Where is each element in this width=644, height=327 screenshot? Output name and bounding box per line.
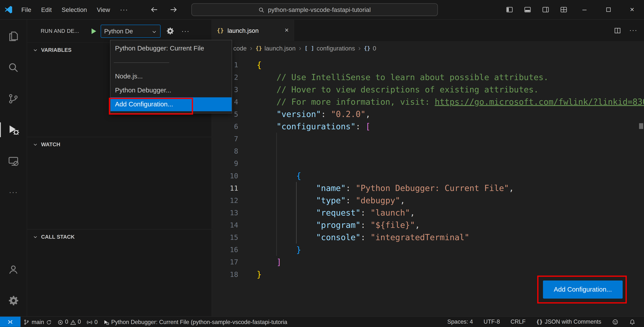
breadcrumb-file[interactable]: {} launch.json — [256, 45, 296, 52]
code-token — [257, 183, 316, 193]
menu-edit[interactable]: Edit — [36, 3, 57, 16]
remote-indicator[interactable] — [0, 316, 20, 327]
open-launch-json-gear-icon[interactable] — [166, 27, 174, 35]
code-line[interactable]: 3 // Hover to view descriptions of exist… — [212, 83, 644, 96]
toggle-primary-sidebar-icon[interactable] — [500, 0, 518, 20]
watch-section-header[interactable]: WATCH — [27, 137, 212, 151]
editor-group: {} launch.json × ··· code › {} launch.js… — [212, 20, 644, 316]
window-minimize-icon[interactable]: – — [573, 0, 596, 20]
debug-views-more-icon[interactable]: ··· — [181, 27, 190, 35]
json-file-icon: {} — [217, 27, 224, 34]
start-debugging-button[interactable] — [90, 28, 97, 35]
accounts-icon[interactable] — [0, 254, 27, 285]
sync-icon[interactable] — [46, 318, 52, 325]
debug-configuration-label: Python De — [104, 28, 151, 34]
editor-more-actions-icon[interactable]: ··· — [629, 26, 638, 34]
line-number[interactable]: 9 — [212, 157, 238, 170]
language-mode-label: JSON with Comments — [545, 318, 601, 325]
line-number[interactable]: 12 — [212, 194, 238, 207]
run-and-debug-icon[interactable] — [0, 114, 27, 146]
line-number[interactable]: 6 — [212, 120, 238, 133]
code-line[interactable]: 1{ — [212, 59, 644, 71]
explorer-icon[interactable] — [0, 20, 27, 52]
problems-status-item[interactable]: 0 0 — [55, 316, 84, 327]
line-number[interactable]: 16 — [212, 244, 238, 256]
code-token — [257, 109, 276, 119]
command-center-search[interactable]: python-sample-vscode-fastapi-tutorial — [191, 3, 438, 16]
chevron-down-icon — [33, 141, 38, 147]
dropdown-item-node-js[interactable]: Node.js... — [110, 69, 232, 83]
notifications-status-item[interactable] — [624, 318, 641, 325]
code-token: "program" — [316, 220, 360, 230]
code-line[interactable]: 4 // For more information, visit: https:… — [212, 96, 644, 108]
breadcrumb-symbol-0[interactable]: {} 0 — [364, 45, 376, 52]
code-line[interactable]: 5 "version": "0.2.0", — [212, 108, 644, 120]
line-number[interactable]: 17 — [212, 256, 238, 268]
code-line[interactable]: 6 "configurations": [ — [212, 120, 644, 133]
line-number[interactable]: 8 — [212, 145, 238, 157]
debug-config-text: Python Debugger: Current File (python-sa… — [111, 318, 287, 325]
eol-status-item[interactable]: CRLF — [505, 318, 531, 325]
ports-status-item[interactable]: 0 — [84, 316, 100, 327]
window-maximize-icon[interactable] — [596, 0, 620, 20]
window-close-icon[interactable]: × — [620, 0, 644, 20]
menu-selection[interactable]: Selection — [57, 3, 92, 16]
debug-configuration-select[interactable]: Python De — [100, 24, 160, 38]
line-number[interactable]: 10 — [212, 170, 238, 182]
settings-gear-icon[interactable] — [0, 285, 27, 316]
command-center-text: python-sample-vscode-fastapi-tutorial — [268, 6, 371, 13]
code-token — [257, 257, 276, 267]
source-control-icon[interactable] — [0, 83, 27, 114]
code-token: : — [360, 232, 370, 242]
line-number[interactable]: 18 — [212, 268, 238, 280]
code-token: , — [366, 109, 371, 119]
history-navigation — [150, 6, 178, 14]
line-number[interactable]: 11 — [212, 182, 238, 194]
code-line[interactable]: 18} — [212, 268, 644, 280]
call-stack-section-header[interactable]: CALL STACK — [27, 230, 212, 244]
code-line[interactable]: 17 ] — [212, 256, 644, 268]
vscode-window: File Edit Selection View ··· python-samp… — [0, 0, 644, 327]
toggle-secondary-sidebar-icon[interactable] — [536, 0, 554, 20]
menu-more-icon[interactable]: ··· — [115, 3, 133, 16]
tab-launch-json[interactable]: {} launch.json × — [212, 20, 294, 41]
code-editor[interactable]: 1{2 // Use IntelliSense to learn about p… — [212, 56, 644, 316]
add-configuration-button[interactable]: Add Configuration... — [543, 280, 623, 298]
code-token: "console" — [316, 232, 360, 242]
remote-explorer-icon[interactable] — [0, 145, 27, 177]
code-line[interactable]: 2 // Use IntelliSense to learn about pos… — [212, 71, 644, 83]
copilot-status-item[interactable] — [606, 318, 624, 325]
more-views-icon[interactable]: ··· — [0, 177, 27, 208]
tab-close-icon[interactable]: × — [285, 26, 289, 34]
go-forward-icon[interactable] — [170, 6, 178, 14]
indentation-status-item[interactable]: Spaces: 4 — [442, 318, 478, 325]
dropdown-item-python-debugger-current-file[interactable]: Python Debugger: Current File — [110, 42, 232, 56]
indent-guide-active — [296, 182, 296, 244]
encoding-status-item[interactable]: UTF-8 — [478, 318, 505, 325]
code-token — [257, 196, 316, 205]
dropdown-item-python-debugger[interactable]: Python Debugger... — [110, 83, 232, 97]
line-number[interactable]: 15 — [212, 231, 238, 244]
warning-count: 0 — [78, 318, 81, 325]
search-sidebar-icon[interactable] — [0, 52, 27, 83]
code-token: ] — [276, 257, 282, 267]
line-number[interactable]: 7 — [212, 133, 238, 145]
breadcrumb-folder[interactable]: code — [233, 45, 247, 52]
line-number[interactable]: 13 — [212, 207, 238, 219]
go-back-icon[interactable] — [150, 6, 158, 14]
debug-config-status-item[interactable]: Python Debugger: Current File (python-sa… — [100, 316, 290, 327]
customize-layout-icon[interactable] — [554, 0, 573, 20]
breadcrumb-symbol-configurations[interactable]: [ ] configurations — [304, 45, 355, 52]
branch-status-item[interactable]: main — [20, 316, 55, 327]
line-number[interactable]: 14 — [212, 219, 238, 231]
toggle-panel-icon[interactable] — [518, 0, 536, 20]
language-mode-status-item[interactable]: {} JSON with Comments — [531, 318, 606, 325]
menu-view[interactable]: View — [92, 3, 115, 16]
call-stack-section: CALL STACK — [27, 229, 212, 316]
code-token: , — [509, 183, 514, 193]
tab-bar: {} launch.json × ··· — [212, 20, 644, 41]
dropdown-item-add-configuration[interactable]: Add Configuration... — [110, 97, 232, 111]
code-token — [257, 122, 276, 131]
split-editor-icon[interactable] — [614, 27, 621, 34]
menu-file[interactable]: File — [16, 3, 36, 16]
